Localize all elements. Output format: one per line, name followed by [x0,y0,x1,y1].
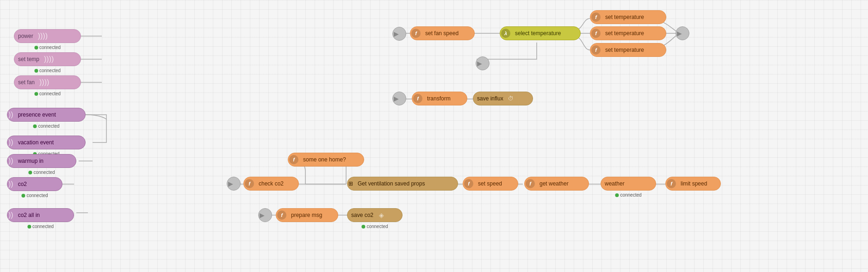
inject-prep-node[interactable]: ▶ [258,208,272,222]
prepare-msg-label: prepare msg [287,212,326,218]
set-fan-speed-label: set fan speed [422,30,462,37]
check-co2-label: check co2 [255,180,287,187]
prepare-icon: f [277,210,286,220]
func-icon-top: f [591,12,601,22]
co2-all-status: connected [27,224,54,229]
select-temp-out-node[interactable]: ▶ [476,56,490,70]
ventilation-label: Get ventilation saved props [354,180,428,187]
power-dot [34,46,38,49]
get-weather-icon: f [526,179,535,188]
set-fan-speed-node[interactable]: f set fan speed [410,26,475,40]
co2-all-wave: )) [8,211,13,219]
warmup-status: connected [28,170,55,175]
co2-all-in-node[interactable]: )) co2 all in connected [7,208,74,222]
inject-prep-arrow: ▶ [260,211,265,219]
set-temp-status: connected [34,68,61,73]
select-temp-label: select temperature [511,30,564,37]
ventilation-grid-icon: ⊞ [348,180,353,187]
set-fan-wave: )))) [39,78,49,87]
get-weather-label: get weather [536,180,572,187]
inject-fan-node[interactable]: ▶ [392,27,406,41]
power-label: power [14,33,37,39]
set-temperature-bot-label: set temperature [601,47,648,53]
set-fan-node[interactable]: set fan )))) connected [14,75,81,89]
someone-home-label: some one home? [299,156,350,163]
limit-speed-label: limit speed [677,180,711,187]
power-node[interactable]: power )))) connected [14,29,81,43]
set-temp-label: set temp [14,56,43,62]
co2-all-dot [27,225,31,229]
weather-node[interactable]: weather connected [601,177,656,191]
co2-all-label: co2 all in [14,212,43,218]
output-final-node[interactable]: ▶ [676,26,689,40]
inject-co2-node[interactable]: ▶ [227,177,241,191]
set-temperature-mid-label: set temperature [601,30,648,37]
vacation-label: vacation event [14,139,57,146]
co2-node[interactable]: )) co2 connected [7,177,62,191]
set-speed-label: set speed [474,180,506,187]
get-weather-node[interactable]: f get weather [524,177,589,191]
save-co2-node[interactable]: save co2 ◈ connected [347,208,403,222]
power-status: connected [34,45,61,50]
co2-label: co2 [14,181,31,187]
set-fan-label: set fan [14,79,38,86]
set-fan-dot [34,92,38,96]
output-arrow: ▶ [677,30,682,37]
set-temperature-top-node[interactable]: f set temperature [590,10,666,24]
co2-dot [21,194,25,198]
someone-home-icon: f [289,155,298,164]
inject-fan-arrow: ▶ [394,30,399,37]
set-temperature-mid-node[interactable]: f set temperature [590,26,666,40]
someone-home-node[interactable]: f some one home? [288,153,364,167]
check-co2-node[interactable]: f check co2 [243,177,299,191]
limit-speed-icon: f [667,179,676,188]
transform-node[interactable]: f transform [412,92,467,105]
vacation-event-node[interactable]: )) vacation event connected [7,136,86,149]
select-temperature-node[interactable]: λ select temperature [500,26,581,40]
warmup-dot [28,171,32,174]
warmup-wave: )) [8,157,13,165]
function-icon: f [411,29,421,38]
power-wave: )))) [38,32,48,40]
switch-icon: λ [501,29,510,38]
presence-label: presence event [14,111,60,118]
transform-label: transform [423,95,454,102]
func-icon-mid: f [591,29,601,38]
inject-transform-node[interactable]: ▶ [392,92,406,105]
save-co2-dot [361,225,365,229]
set-temperature-bot-node[interactable]: f set temperature [590,43,666,57]
presence-event-node[interactable]: )) presence event connected [7,108,86,122]
transform-icon: f [413,94,422,103]
set-speed-icon: f [464,179,473,188]
select-out-arrow: ▶ [477,60,482,67]
set-temp-wave: )))) [44,55,54,63]
presence-dot [33,124,37,128]
weather-status: connected [615,192,641,198]
weather-dot [615,193,619,197]
presence-status: connected [33,124,59,129]
check-co2-icon: f [245,179,254,188]
set-temp-dot [34,69,38,73]
save-co2-status: connected [361,224,388,229]
warmup-label: warmup in [14,158,47,164]
save-influx-label: save influx [473,95,507,102]
set-speed-node[interactable]: f set speed [463,177,518,191]
get-ventilation-node[interactable]: ⊞ Get ventilation saved props [347,177,458,191]
set-fan-status: connected [34,91,61,96]
set-temp-node[interactable]: set temp )))) connected [14,52,81,66]
func-icon-bot: f [591,45,601,55]
co2-status: connected [21,193,48,198]
co2-wave: )) [8,180,13,188]
limit-speed-node[interactable]: f limit speed [665,177,721,191]
save-co2-label: save co2 [347,212,377,218]
inject-co2-arrow: ▶ [228,180,233,187]
presence-wave: )) [8,111,13,119]
vacation-wave: )) [8,138,13,147]
save-co2-diamond: ◈ [379,211,384,219]
influx-clock: ⏱ [508,95,514,102]
set-temperature-top-label: set temperature [601,14,648,20]
save-influx-node[interactable]: save influx ⏱ [473,92,533,105]
inject-transform-arrow: ▶ [394,95,399,102]
warmup-in-node[interactable]: )) warmup in connected [7,154,76,168]
prepare-msg-node[interactable]: f prepare msg [276,208,338,222]
